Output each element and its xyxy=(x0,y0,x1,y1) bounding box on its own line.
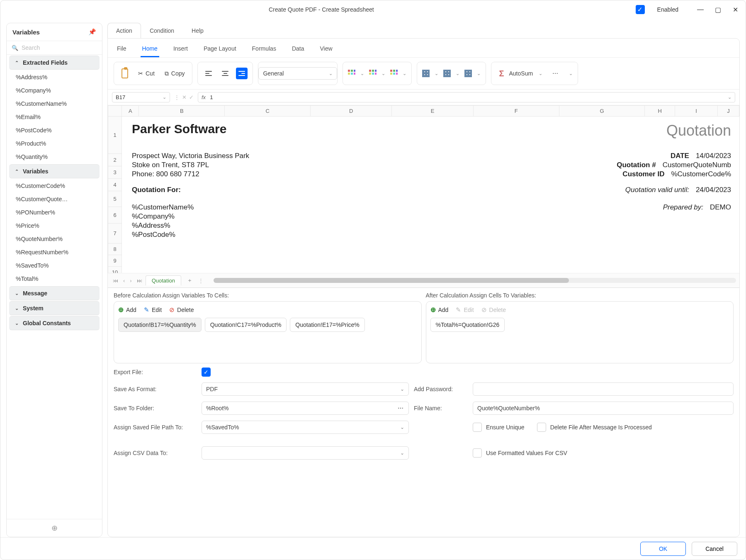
cancel-formula-icon[interactable]: ✕ xyxy=(182,94,187,100)
after-add-button[interactable]: ⊕Add xyxy=(430,306,449,314)
sheet-split-handle[interactable]: ⋮ xyxy=(198,278,204,284)
number-format-dropdown[interactable]: General⌄ xyxy=(258,67,337,80)
var-item[interactable]: %CustomerCode% xyxy=(7,179,102,192)
sigma-icon: Σ xyxy=(499,69,504,78)
use-formatted-checkbox[interactable] xyxy=(473,448,482,458)
pin-icon[interactable]: 📌 xyxy=(88,28,96,36)
var-item[interactable]: %Price% xyxy=(7,219,102,232)
sheet-tab-quotation[interactable]: Quotation xyxy=(146,275,181,285)
cut-button[interactable]: ✂Cut xyxy=(136,68,157,78)
after-label: After Calculation Assign Cells To Variab… xyxy=(426,292,734,299)
group-message[interactable]: ⌄ Message xyxy=(9,286,100,300)
var-item[interactable]: %PostCode% xyxy=(7,124,102,137)
ribbon-tab-home[interactable]: Home xyxy=(141,43,159,57)
format-table-button[interactable]: ⌄ xyxy=(369,70,385,77)
ensure-unique-checkbox[interactable] xyxy=(473,423,482,432)
group-system[interactable]: ⌄ System xyxy=(9,301,100,315)
add-variable-icon[interactable]: ⊕ xyxy=(51,523,58,533)
paste-button[interactable] xyxy=(119,68,131,79)
sheet-nav-prev-icon[interactable]: ‹ xyxy=(121,278,126,284)
add-sheet-button[interactable]: ＋ xyxy=(183,275,197,286)
tab-help[interactable]: Help xyxy=(183,23,212,38)
chevron-down-icon[interactable]: ⌄ xyxy=(728,95,731,100)
file-name-input[interactable]: Quote%QuoteNumber% xyxy=(473,402,734,415)
close-button[interactable]: ✕ xyxy=(731,6,739,13)
var-item[interactable]: %CustomerQuote… xyxy=(7,192,102,206)
accept-formula-icon[interactable]: ✓ xyxy=(189,94,194,100)
var-item[interactable]: %SavedTo% xyxy=(7,259,102,272)
align-left-button[interactable] xyxy=(203,68,214,79)
ribbon-tab-file[interactable]: File xyxy=(115,43,128,57)
save-as-format-dropdown[interactable]: PDF⌄ xyxy=(202,382,409,396)
var-item[interactable]: %Quantity% xyxy=(7,150,102,163)
mapping-chip[interactable]: %Total%=Quotation!G26 xyxy=(430,318,505,332)
assign-csv-dropdown[interactable]: ⌄ xyxy=(202,446,409,460)
search-input[interactable] xyxy=(22,44,97,51)
ribbon-tab-insert[interactable]: Insert xyxy=(172,43,190,57)
spreadsheet-content: Parker Software Quotation Prospect Way, … xyxy=(124,118,739,244)
ribbon-tab-formulas[interactable]: Formulas xyxy=(250,43,278,57)
assign-csv-label: Assign CSV Data To: xyxy=(114,443,197,456)
var-item[interactable]: %RequestNumber% xyxy=(7,246,102,259)
align-right-button[interactable] xyxy=(236,68,248,79)
formula-bar[interactable]: fx 1 ⌄ xyxy=(198,92,735,102)
delete-cells-button[interactable]: ⌄ xyxy=(443,70,459,77)
sheet-nav-last-icon[interactable]: ⏭ xyxy=(135,278,144,284)
group-extracted-fields[interactable]: ⌃ Extracted Fields xyxy=(9,56,100,70)
enabled-checkbox[interactable]: ✓ xyxy=(636,5,645,14)
format-cells-button[interactable]: ⌄ xyxy=(464,70,481,77)
maximize-button[interactable]: ▢ xyxy=(714,6,722,13)
copy-button[interactable]: ⧉Copy xyxy=(162,68,187,79)
var-item[interactable]: %Email% xyxy=(7,110,102,124)
add-password-input[interactable] xyxy=(473,382,734,396)
browse-icon[interactable]: ⋯ xyxy=(398,405,404,411)
cell-styles-button[interactable]: ⌄ xyxy=(390,70,406,77)
chevron-up-icon: ⌃ xyxy=(15,169,19,174)
save-to-folder-label: Save To Folder: xyxy=(114,405,197,411)
var-item[interactable]: %Product% xyxy=(7,137,102,150)
var-item[interactable]: %Address% xyxy=(7,71,102,84)
save-to-folder-input[interactable]: %Root%⋯ xyxy=(202,402,409,415)
enabled-label: Enabled xyxy=(657,6,678,13)
before-edit-button[interactable]: ✎Edit xyxy=(144,306,162,314)
company-name: Parker Software xyxy=(132,122,226,136)
var-item[interactable]: %PONumber% xyxy=(7,206,102,219)
group-global-constants[interactable]: ⌄ Global Constants xyxy=(9,316,100,330)
autosum-button[interactable]: ΣAutoSum⌄ xyxy=(496,67,545,80)
tab-condition[interactable]: Condition xyxy=(141,23,183,38)
mapping-chip[interactable]: Quotation!B17=%Quantity% xyxy=(118,318,202,332)
cond-format-button[interactable]: ⌄ xyxy=(348,70,364,77)
ribbon-tab-data[interactable]: Data xyxy=(290,43,306,57)
before-box: ⊕Add ✎Edit ⊘Delete Quotation!B17=%Quanti… xyxy=(114,301,422,363)
group-variables[interactable]: ⌃ Variables xyxy=(9,164,100,178)
ok-button[interactable]: OK xyxy=(640,542,686,556)
sheet-nav-first-icon[interactable]: ⏮ xyxy=(111,278,120,284)
var-item[interactable]: %Company% xyxy=(7,84,102,97)
before-delete-button[interactable]: ⊘Delete xyxy=(169,306,194,314)
align-center-button[interactable] xyxy=(219,68,231,79)
insert-cells-button[interactable]: ⌄ xyxy=(422,70,438,77)
more-button[interactable]: ⋯ xyxy=(550,68,561,78)
before-add-button[interactable]: ⊕Add xyxy=(118,306,136,314)
ribbon-expand-icon[interactable]: ⌄ xyxy=(569,71,573,76)
horizontal-scrollbar[interactable] xyxy=(214,278,736,283)
var-item[interactable]: %QuoteNumber% xyxy=(7,232,102,246)
ribbon-tab-pagelayout[interactable]: Page Layout xyxy=(202,43,238,57)
delete-after-checkbox[interactable] xyxy=(537,423,546,432)
titlebar: Create Quote PDF - Create Spreadsheet ✓ … xyxy=(0,0,746,19)
sidebar-title: Variables xyxy=(12,29,40,36)
assign-path-dropdown[interactable]: %SavedTo%⌄ xyxy=(202,421,409,434)
mapping-chip[interactable]: Quotation!E17=%Price% xyxy=(290,318,364,332)
minimize-button[interactable]: — xyxy=(697,6,704,13)
sheet-nav-next-icon[interactable]: › xyxy=(128,278,133,284)
ribbon-tab-view[interactable]: View xyxy=(318,43,334,57)
tab-action[interactable]: Action xyxy=(107,23,141,38)
mapping-chip[interactable]: Quotation!C17=%Product% xyxy=(205,318,287,332)
name-box[interactable]: B17⌄ xyxy=(112,92,170,102)
cancel-button[interactable]: Cancel xyxy=(692,542,737,556)
export-file-checkbox[interactable]: ✓ xyxy=(202,368,211,377)
ensure-unique-label: Ensure Unique xyxy=(486,424,525,431)
expand-icon[interactable]: ⋮ xyxy=(174,94,180,100)
var-item[interactable]: %CustomerName% xyxy=(7,97,102,110)
var-item[interactable]: %Total% xyxy=(7,272,102,285)
